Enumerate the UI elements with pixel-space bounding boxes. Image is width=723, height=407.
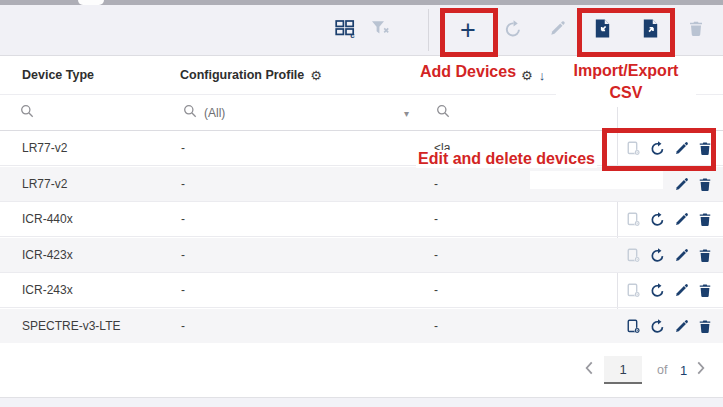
sort-descending-icon[interactable]: ↓ [539,68,546,83]
annotation-edit-delete: Edit and delete devices [416,150,597,168]
hidden-column-filter-input[interactable] [436,104,450,122]
edit-device-icon[interactable] [673,176,689,192]
column-chooser-button[interactable]: c [329,14,361,46]
add-device-button[interactable]: + [452,14,484,46]
row-actions [625,202,713,237]
edit-device-icon[interactable] [673,141,689,157]
hidden-column-cell: - [434,283,438,297]
refresh-device-icon[interactable] [649,318,665,334]
config-device-icon [625,247,641,263]
trash-icon [688,20,704,40]
row-actions [625,309,713,344]
filter-selected-value: (All) [204,106,225,120]
column-settings-gear-icon[interactable]: ⚙ [521,68,533,83]
device-type-filter-input[interactable] [20,104,34,122]
export-csv-button[interactable] [634,14,666,46]
config-profile-cell: - [181,248,185,262]
delete-device-icon[interactable] [697,141,713,157]
page-of-label: of [657,363,667,377]
config-profile-cell: - [181,177,185,191]
table-row: SPECTRE-v3-LTE-- [0,309,723,344]
edit-device-icon[interactable] [673,247,689,263]
device-type-cell: ICR-423x [22,248,73,262]
config-profile-cell: - [181,283,185,297]
delete-device-icon[interactable] [697,247,713,263]
device-type-cell: LR77-v2 [22,177,67,191]
config-device-icon[interactable] [625,318,641,334]
table-row: LR77-v2-<la [0,131,723,166]
row-actions [673,167,713,202]
search-icon [183,104,197,122]
import-csv-button[interactable] [586,14,618,46]
delete-device-icon[interactable] [697,283,713,299]
refresh-device-icon[interactable] [649,247,665,263]
column-header-device-type[interactable]: Device Type [22,56,94,94]
export-file-icon [642,19,659,41]
svg-text:c: c [350,31,355,38]
refresh-button[interactable] [497,14,529,46]
device-type-cell: LR77-v2 [22,141,67,155]
column-label: Device Type [22,68,94,82]
table-row: ICR-440x-- [0,202,723,237]
bottom-strip [0,397,723,407]
device-type-cell: SPECTRE-v3-LTE [22,319,120,333]
config-device-icon [625,141,641,157]
edit-device-icon[interactable] [673,283,689,299]
annotation-add-devices: Add Devices [420,63,516,81]
hidden-column-cell: - [434,212,438,226]
import-file-icon [594,19,611,41]
delete-device-icon[interactable] [697,176,713,192]
previous-page-icon[interactable] [585,361,594,379]
pencil-icon [549,20,566,40]
hidden-column-cell: - [434,177,438,191]
device-management-screen: c + [0,0,723,407]
row-actions [625,131,713,166]
table-row: ICR-423x-- [0,238,723,273]
pagination-bar: 1 of 1 [0,343,723,397]
refresh-device-icon[interactable] [649,212,665,228]
search-icon [20,104,34,122]
annotation-line: Import/Export [574,60,679,82]
row-actions [625,273,713,308]
chevron-down-icon[interactable]: ▾ [404,107,409,118]
refresh-device-icon[interactable] [649,141,665,157]
row-actions [625,238,713,273]
column-header-hidden[interactable]: ⚙ ↓ [521,56,545,94]
config-profile-cell: - [181,319,185,333]
config-device-icon [625,283,641,299]
config-device-icon [625,212,641,228]
column-label: Configuration Profile [180,68,304,82]
edit-device-icon[interactable] [673,212,689,228]
next-page-icon[interactable] [696,361,705,379]
refresh-icon [504,20,522,41]
column-settings-gear-icon[interactable]: ⚙ [310,68,322,83]
annotation-line: CSV [610,82,643,104]
device-type-cell: ICR-243x [22,283,73,297]
filter-clear-icon [371,20,390,40]
page-number-input[interactable]: 1 [604,356,642,384]
total-pages-label: 1 [680,363,687,378]
delete-device-icon[interactable] [697,212,713,228]
config-profile-cell: - [181,141,185,155]
delete-device-icon[interactable] [697,318,713,334]
table-row: ICR-243x-- [0,273,723,308]
edit-device-icon[interactable] [673,318,689,334]
config-profile-filter-dropdown[interactable]: (All) [183,104,225,122]
column-chooser-icon: c [335,19,356,41]
hidden-column-cell: - [434,248,438,262]
device-type-cell: ICR-440x [22,212,73,226]
clear-filter-button[interactable] [364,14,396,46]
table-toolbar: c + [0,5,723,55]
edit-button[interactable] [541,14,573,46]
config-profile-cell: - [181,212,185,226]
delete-button[interactable] [680,14,712,46]
column-header-configuration-profile[interactable]: Configuration Profile ⚙ [180,56,322,94]
plus-icon: + [460,17,476,44]
toolbar-divider [428,9,429,51]
hidden-column-cell: - [434,319,438,333]
refresh-device-icon[interactable] [649,283,665,299]
search-icon [436,104,450,122]
annotation-white-patch [530,171,663,189]
annotation-import-export-csv: Import/Export CSV [556,57,696,107]
